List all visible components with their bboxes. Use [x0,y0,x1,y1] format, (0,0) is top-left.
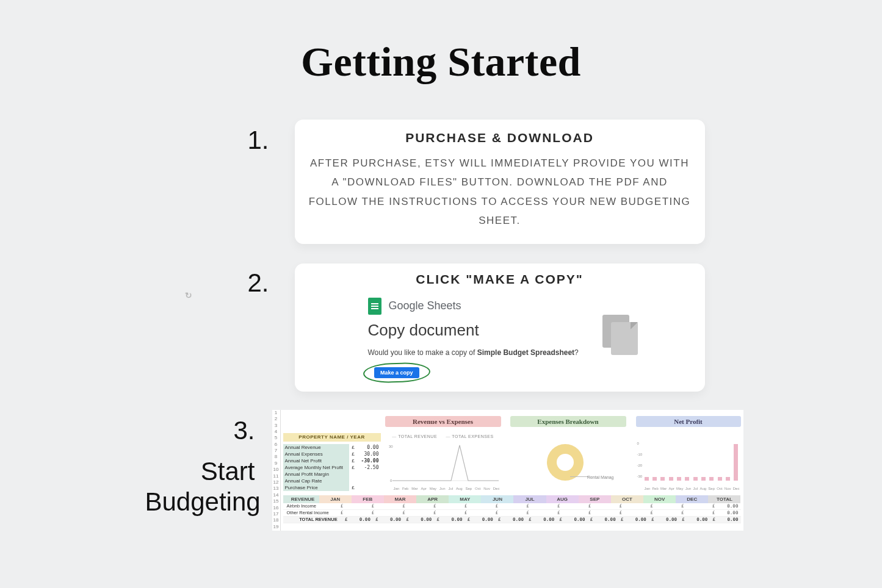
table-row: Other Rental Income ££££££££££££ £0.00 [283,510,741,517]
table-row: Purchase Price£ [283,484,381,491]
line-chart-icon: 30 0 [385,440,501,483]
row-numbers: 12345678910111213141516171819 [272,410,281,531]
table-row: Annual Profit Margin [283,471,381,478]
net-profit-chart: 0-10-20-30 JanFebMarAprMayJunJulAugSepOc… [636,433,741,490]
table-row: Annual Cap Rate [283,478,381,484]
chart-x-axis: JanFebMarAprMayJunJulAugSepOctNovDec [645,487,740,490]
step-2: 2. CLICK "MAKE A COPY" Google Sheets Cop… [0,264,882,392]
copy-prompt-prefix: Would you like to make a copy of [368,348,477,357]
documents-icon [602,315,638,355]
step-1: 1. PURCHASE & DOWNLOAD AFTER PURCHASE, E… [0,120,882,244]
chart-x-axis: JanFebMarAprMayJunJulAugSepOctNovDec [394,487,500,490]
step-1-number: 1. [178,126,269,155]
table-row: Annual Expenses£30.00 [283,451,381,457]
copy-prompt-suffix: ? [574,348,579,357]
copy-document-heading: Copy document [368,321,692,340]
steps-container: 1. PURCHASE & DOWNLOAD AFTER PURCHASE, E… [0,120,882,531]
make-a-copy-button[interactable]: Make a copy [374,367,419,378]
google-sheets-label: Google Sheets [389,299,461,312]
month-header: AUG [546,495,579,503]
row-label: TOTAL REVENUE [283,517,342,522]
month-header: MAR [384,495,416,503]
expenses-breakdown-chart: Rental Manag [510,433,626,490]
google-sheets-icon [368,298,381,315]
table-row: Average Monthly Net Profit£-2.50 [283,464,381,471]
svg-text:30: 30 [389,445,393,448]
chart-header-revenue-expenses: Revenue vs Expenses [385,416,501,427]
legend-total-revenue: TOTAL REVENUE [392,434,437,439]
month-header: NOV [643,495,676,503]
month-header: SEP [579,495,611,503]
donut-label: Rental Manag [587,475,614,479]
month-header: JUN [481,495,513,503]
legend-total-expenses: TOTAL EXPENSES [446,434,494,439]
property-header: PROPERTY NAME / YEAR [283,433,381,442]
spreadsheet-preview: 12345678910111213141516171819 Revenue vs… [272,410,743,531]
step-3-label-1: Start [201,457,255,486]
step-1-title: PURCHASE & DOWNLOAD [308,131,692,145]
total-revenue-row: TOTAL REVENUE £0.00 £0.00 £0.00 £0.00 £0… [283,517,741,523]
make-copy-highlight: Make a copy [363,362,430,384]
step-2-card: CLICK "MAKE A COPY" Google Sheets Copy d… [295,264,705,392]
chart-legend: TOTAL REVENUE TOTAL EXPENSES [385,434,501,439]
month-header: FEB [352,495,384,503]
step-3: 3. Start Budgeting 123456789101112131415… [0,410,882,531]
step-1-card: PURCHASE & DOWNLOAD AFTER PURCHASE, ETSY… [295,120,705,244]
revenue-header: REVENUE [283,495,319,503]
copy-prompt: Would you like to make a copy of Simple … [368,348,692,357]
svg-text:0: 0 [390,479,392,482]
chart-y-axis: 0-10-20-30 [637,442,643,478]
decorative-arrow-icon: ↻ [184,290,193,301]
total-header: TOTAL [708,495,740,503]
month-header: OCT [611,495,643,503]
step-3-label-2: Budgeting [145,487,261,516]
step-2-title: CLICK "MAKE A COPY" [308,272,692,287]
month-header: JAN [319,495,352,503]
bar-chart-icon [645,442,739,481]
table-row: Annual Revenue£0.00 [283,444,381,451]
summary-table: Annual Revenue£0.00 Annual Expenses£30.0… [283,444,381,491]
step-3-label: Start Budgeting [145,456,255,518]
month-header: DEC [676,495,708,503]
google-sheets-header: Google Sheets [368,298,692,315]
page-title: Getting Started [0,0,882,86]
copy-prompt-docname: Simple Budget Spreadsheet [477,348,574,357]
month-header-row: REVENUE JAN FEB MAR APR MAY JUN JUL AUG … [283,495,741,503]
donut-leader-line [570,476,588,477]
row-label: Airbnb Income [283,503,338,509]
donut-chart-icon [547,444,584,481]
table-row: Airbnb Income ££££££££££££ £0.00 [283,503,741,510]
step-3-left: 3. Start Budgeting [139,410,255,518]
month-header: MAY [449,495,481,503]
month-header: APR [416,495,449,503]
chart-header-expenses-breakdown: Expenses Breakdown [510,416,626,427]
row-label: Other Rental Income [283,510,338,515]
chart-header-net-profit: Net Profit [636,416,741,427]
step-3-number: 3. [233,416,255,445]
table-row: Annual Net Profit£-30.00 [283,457,381,464]
revenue-vs-expenses-chart: TOTAL REVENUE TOTAL EXPENSES 30 0 JanFeb… [385,433,501,490]
month-header: JUL [513,495,546,503]
step-1-body: AFTER PURCHASE, ETSY WILL IMMEDIATELY PR… [308,154,692,231]
